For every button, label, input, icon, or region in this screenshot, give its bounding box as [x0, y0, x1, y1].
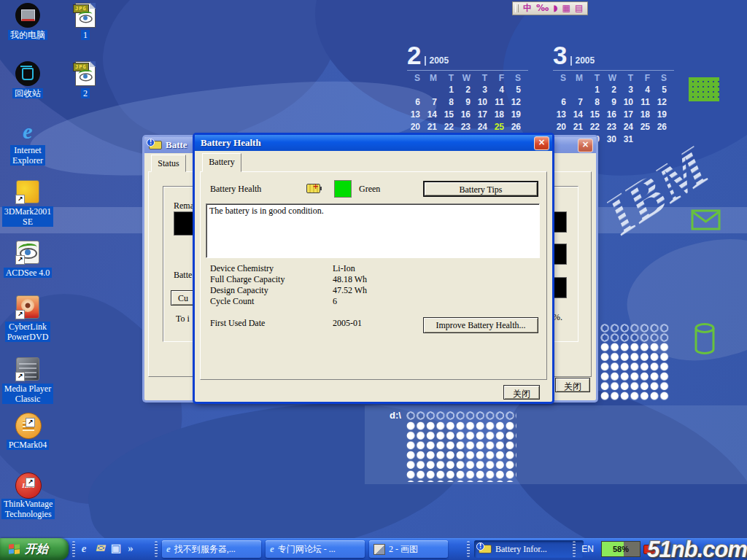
battery-tab-panel — [200, 171, 547, 380]
desktop-icon-internet-explorer[interactable]: e Internet Explorer — [1, 119, 54, 166]
icon-label: 回收站 — [12, 88, 43, 98]
ime-soft-keyboard-icon[interactable]: ▦ — [562, 4, 570, 13]
calendar-day-cell: 7 — [570, 97, 587, 109]
icon-label: Media Player Classic — [2, 384, 53, 404]
wallpaper-rings-pattern — [600, 323, 669, 342]
calendar-day-cell: 11 — [637, 97, 654, 109]
icon-label: ThinkVantage Technologies — [1, 499, 55, 519]
desktop-icon-pcmark04[interactable]: ↗ PCMark04 — [1, 413, 54, 451]
calendar-day-cell: 2 — [603, 85, 620, 97]
task-button-paint[interactable]: 2 - 画图 — [369, 540, 448, 558]
calendar-day-cell: 21 — [424, 122, 441, 134]
ime-punctuation-icon[interactable]: ‰ — [536, 4, 549, 13]
ie-page-icon: e — [270, 543, 274, 555]
calendar-month-number: 3 — [553, 44, 567, 67]
quick-launch-mail-icon[interactable]: ✉ — [93, 542, 107, 555]
task-label: 2 - 画图 — [389, 540, 418, 558]
ime-fullwidth-icon[interactable]: ◗ — [553, 4, 557, 13]
close-button-dialog[interactable]: 关闭 — [503, 385, 540, 400]
calendar-weekday: S — [654, 72, 670, 85]
quick-launch-chevron-icon[interactable]: » — [124, 542, 137, 555]
calendar-day-cell: 12 — [654, 97, 670, 109]
calendar-day-cell: 10 — [620, 97, 637, 109]
calendar-day-cell: 23 — [457, 122, 474, 134]
taskbar: 开始 e ✉ ▣ » e 找不到服务器,... e 专门网论坛 - ... 2 … — [0, 538, 747, 560]
calendar-day-cell: 3 — [474, 85, 491, 97]
icon-label: 2 — [81, 88, 90, 98]
calendar-day-cell: 13 — [553, 109, 570, 122]
ime-menu-icon[interactable]: ▤ — [575, 4, 583, 13]
calendar-day-cell: 8 — [587, 97, 603, 109]
tray-grip[interactable] — [573, 541, 576, 557]
task-button-forum[interactable]: e 专门网论坛 - ... — [266, 540, 365, 558]
calendar-day-cell: 6 — [553, 97, 570, 109]
calendar-day-cell: 11 — [491, 97, 508, 109]
my-computer-icon — [15, 3, 40, 28]
shortcut-arrow-icon: ↗ — [15, 310, 25, 319]
calendar-day-cell — [407, 85, 424, 97]
calendar-day-cell — [570, 85, 587, 97]
battery-meter-percent: 58% — [602, 542, 640, 556]
desktop-icon-file-1[interactable]: JPG 1 — [60, 3, 111, 41]
dialog-title: Battery Health — [201, 137, 534, 149]
calendar-day-cell: 9 — [603, 97, 620, 109]
calendar-day-cell: 24 — [620, 122, 637, 134]
watermark: 51nb.com — [647, 537, 747, 560]
quick-launch-grip[interactable] — [72, 541, 75, 557]
desktop-icon-recycle-bin[interactable]: 回收站 — [1, 61, 54, 99]
calendar-day-cell: 18 — [637, 109, 654, 122]
task-button-battery-information[interactable]: Battery Infor... — [474, 540, 584, 558]
desktop-icon-media-player-classic[interactable]: ↗ Media Player Classic — [1, 356, 54, 405]
calendar-weekday: T — [441, 72, 457, 85]
ime-chinese-mode-icon[interactable]: 中 — [523, 4, 532, 13]
calendar-day-cell: 24 — [474, 122, 491, 134]
shortcut-arrow-icon: ↗ — [26, 478, 35, 487]
tab-battery[interactable]: Battery — [202, 153, 241, 172]
language-indicator[interactable]: EN — [581, 544, 594, 554]
calendar-day-cell: 1 — [441, 85, 457, 97]
taskband-grip[interactable] — [155, 541, 158, 557]
task-label: 找不到服务器,... — [174, 540, 236, 558]
desktop-icon-powerdvd[interactable]: ↗ CyberLink PowerDVD — [1, 294, 54, 343]
calendar-day-cell: 13 — [407, 109, 424, 122]
desktop-icon-3dmark2001[interactable]: ↗ 3DMark2001 SE — [1, 179, 54, 228]
calendar-year: 2005 — [425, 56, 449, 66]
calendar-day-cell: 18 — [491, 109, 508, 122]
taskband-grip[interactable] — [467, 541, 470, 557]
quick-launch-ie-icon[interactable]: e — [77, 542, 90, 555]
close-dialog-icon[interactable]: × — [534, 136, 549, 150]
calendar-day-cell: 3 — [620, 85, 637, 97]
ime-toolbar[interactable]: 中 ‰ ◗ ▦ ▤ — [512, 1, 588, 15]
calendar-day-cell: 22 — [587, 122, 603, 134]
calendar-weekday: W — [603, 72, 620, 85]
desktop-icon-acdsee[interactable]: ↗ ACDSee 4.0 — [1, 239, 54, 279]
calendar-weekday: T — [474, 72, 491, 85]
battery-health-titlebar[interactable]: Battery Health × — [195, 135, 552, 151]
quick-launch-show-desktop-icon[interactable]: ▣ — [109, 542, 123, 555]
calendar-day-cell: 26 — [508, 122, 525, 134]
calendar-day-cell: 16 — [457, 109, 474, 122]
calendar-weekday: S — [407, 72, 424, 85]
calendar-weekday: S — [508, 72, 525, 85]
calendar-weekday-header: SMTWTFS — [553, 72, 674, 85]
calendar-day-cell: 5 — [654, 85, 670, 97]
battery-info-icon — [479, 545, 492, 553]
cylinder-icon — [693, 322, 718, 358]
calendar-day-cell: 15 — [587, 109, 603, 122]
close-window-icon[interactable]: × — [578, 139, 593, 152]
desktop-icon-my-computer[interactable]: 我的电脑 — [1, 3, 54, 41]
calendar-day-cell: 17 — [474, 109, 491, 122]
tab-status[interactable]: Status — [151, 155, 186, 172]
close-button-background-window[interactable]: 关闭 — [555, 378, 590, 392]
calendar-day-cell: 30 — [603, 134, 620, 147]
start-button[interactable]: 开始 — [0, 538, 69, 560]
desktop-icon-file-2[interactable]: JPG 2 — [60, 61, 111, 99]
calendar-weekday: W — [457, 72, 474, 85]
desktop-icon-thinkvantage[interactable]: IBM ↗ ThinkVantage Technologies — [1, 472, 54, 520]
battery-meter[interactable]: 58% — [601, 541, 640, 557]
ime-grip[interactable] — [515, 4, 519, 12]
calendar-day-cell: 31 — [620, 134, 637, 147]
task-button-server-not-found[interactable]: e 找不到服务器,... — [162, 540, 261, 558]
calendar-separator — [553, 70, 674, 71]
shortcut-arrow-icon: ↗ — [15, 372, 25, 381]
